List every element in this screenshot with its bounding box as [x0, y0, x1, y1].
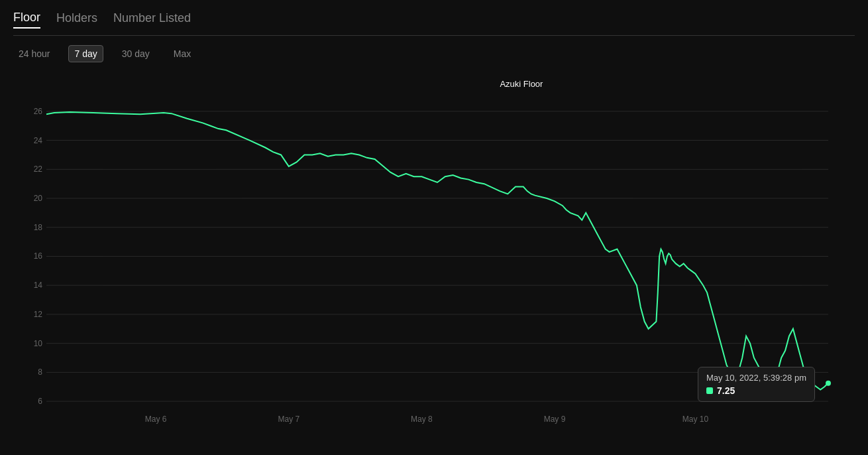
chart-area: May 10, 2022, 5:39:28 pm 7.25: [13, 70, 855, 442]
tab-number-listed[interactable]: Number Listed: [113, 11, 191, 28]
time-btn-max[interactable]: Max: [168, 46, 196, 62]
tab-holders[interactable]: Holders: [56, 11, 97, 28]
time-btn-30d[interactable]: 30 day: [117, 46, 155, 62]
time-btn-24h[interactable]: 24 hour: [13, 46, 55, 62]
main-tabs: Floor Holders Number Listed: [13, 11, 855, 36]
time-btn-7d[interactable]: 7 day: [68, 45, 103, 62]
tab-floor[interactable]: Floor: [13, 11, 40, 29]
floor-chart: [13, 70, 855, 442]
time-range-selector: 24 hour 7 day 30 day Max: [13, 45, 855, 62]
